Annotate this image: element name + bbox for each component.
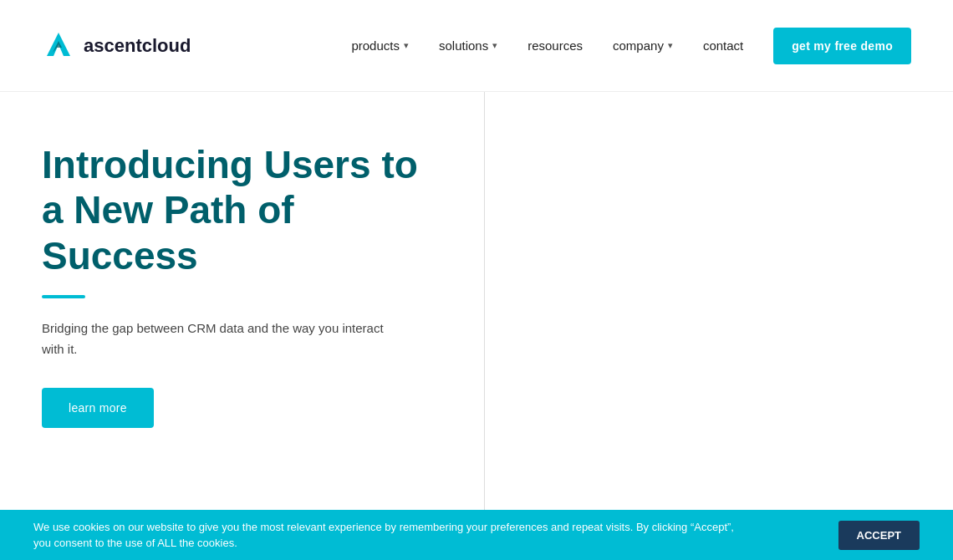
nav-item-contact[interactable]: contact <box>703 38 743 53</box>
cookie-banner: We use cookies on our website to give yo… <box>0 510 953 560</box>
nav-item-resources[interactable]: resources <box>527 38 583 53</box>
chevron-down-icon: ▾ <box>492 40 497 51</box>
hero-divider <box>42 295 85 298</box>
logo-icon <box>42 29 75 63</box>
nav-item-products[interactable]: products ▾ <box>351 38 409 53</box>
get-demo-button[interactable]: get my free demo <box>773 28 911 64</box>
cookie-accept-button[interactable]: ACCEPT <box>838 521 920 550</box>
nav-links: products ▾ solutions ▾ resources company… <box>351 28 911 64</box>
hero-right <box>485 92 953 510</box>
learn-more-button[interactable]: learn more <box>42 388 154 428</box>
hero-section: Introducing Users to a New Path of Succe… <box>0 92 953 510</box>
nav-item-solutions[interactable]: solutions ▾ <box>439 38 497 53</box>
cookie-text: We use cookies on our website to give yo… <box>33 519 744 552</box>
nav-item-company[interactable]: company ▾ <box>613 38 673 53</box>
chevron-down-icon: ▾ <box>404 40 409 51</box>
logo-text: ascentcloud <box>84 35 191 57</box>
hero-left: Introducing Users to a New Path of Succe… <box>0 92 485 510</box>
hero-title: Introducing Users to a New Path of Succe… <box>42 142 443 278</box>
hero-subtitle: Bridging the gap between CRM data and th… <box>42 318 393 360</box>
navbar: ascentcloud products ▾ solutions ▾ resou… <box>0 0 953 92</box>
logo[interactable]: ascentcloud <box>42 29 191 63</box>
chevron-down-icon: ▾ <box>668 40 673 51</box>
